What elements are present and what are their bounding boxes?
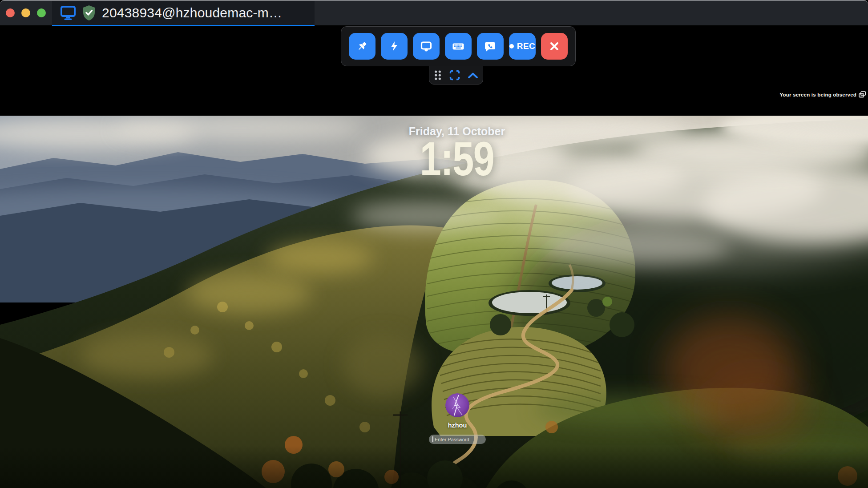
display-settings-button[interactable] — [413, 33, 440, 60]
close-x-icon — [549, 40, 560, 52]
drag-handle-button[interactable] — [434, 69, 442, 81]
avatar-lightning-icon — [445, 393, 469, 417]
record-dot-icon — [509, 44, 514, 48]
collapse-toolbar-button[interactable] — [468, 72, 478, 79]
keyboard-icon — [452, 40, 464, 52]
fullscreen-icon — [449, 69, 460, 81]
actions-button[interactable] — [381, 33, 408, 60]
lock-clock: 1:59 — [420, 134, 494, 183]
keyboard-button[interactable] — [445, 33, 472, 60]
user-avatar[interactable] — [445, 393, 469, 417]
record-label: REC — [517, 41, 536, 51]
chevron-up-icon — [468, 72, 478, 79]
voice-call-button[interactable] — [477, 33, 504, 60]
lightning-icon — [388, 40, 400, 52]
traffic-lights — [6, 8, 46, 17]
remote-desktop-window: Friday, 11 October 1:59 hzhou — [0, 0, 868, 488]
chat-phone-icon — [484, 40, 496, 52]
window-titlebar: 20438934@hzhoudemac-m… — [0, 0, 868, 25]
shield-check-icon — [81, 4, 97, 21]
screen-observed-text: Your screen is being observed — [780, 92, 856, 97]
maximize-window-button[interactable] — [37, 8, 46, 17]
pushpin-icon — [356, 40, 368, 52]
screen-sharing-icon — [859, 91, 866, 98]
monitor-icon — [420, 40, 432, 52]
pin-button[interactable] — [349, 33, 375, 60]
screen-observed-banner: Your screen is being observed — [780, 91, 866, 98]
fullscreen-button[interactable] — [449, 69, 460, 81]
remote-screen-viewport[interactable] — [0, 25, 868, 488]
session-tab[interactable]: 20438934@hzhoudemac-m… — [52, 1, 315, 26]
password-input[interactable] — [429, 435, 486, 444]
session-tab-title: 20438934@hzhoudemac-m… — [102, 5, 282, 20]
record-button[interactable]: REC — [509, 33, 536, 60]
grid-dots-icon — [434, 69, 442, 81]
display-icon — [60, 5, 76, 20]
text-caret — [432, 436, 433, 442]
close-window-button[interactable] — [6, 8, 15, 17]
lock-username: hzhou — [448, 422, 467, 429]
disconnect-button[interactable] — [541, 33, 568, 60]
password-field-wrap — [429, 435, 486, 444]
toolbar-mini-bar — [429, 66, 483, 85]
minimize-window-button[interactable] — [21, 8, 30, 17]
session-toolbar: REC — [341, 26, 576, 66]
